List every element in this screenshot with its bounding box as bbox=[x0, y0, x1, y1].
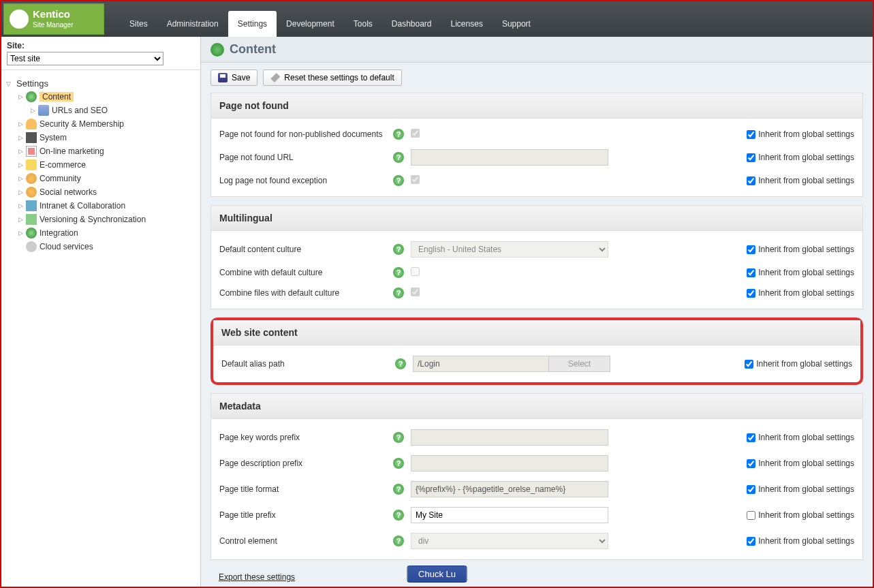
i-mkt-icon bbox=[26, 146, 37, 157]
help-icon[interactable]: ? bbox=[393, 244, 404, 255]
inherit-checkbox[interactable] bbox=[747, 268, 755, 277]
i-int-icon bbox=[26, 228, 37, 238]
setting-row: Page not found for non-published documen… bbox=[211, 124, 862, 144]
site-selector-block: Site: Test site bbox=[1, 37, 200, 70]
nav-sites[interactable]: Sites bbox=[120, 11, 157, 37]
setting-label: Page description prefix bbox=[219, 459, 393, 468]
setting-input[interactable] bbox=[411, 507, 608, 523]
inherit-checkbox[interactable] bbox=[747, 485, 755, 494]
wrench-icon bbox=[270, 73, 280, 82]
reset-button[interactable]: Reset these settings to default bbox=[263, 69, 401, 86]
inherit-checkbox[interactable] bbox=[747, 433, 755, 442]
inherit-label: Inherit from global settings bbox=[756, 359, 852, 369]
setting-label: Default alias path bbox=[221, 359, 395, 369]
i-comm-icon bbox=[26, 173, 37, 184]
site-select[interactable]: Test site bbox=[7, 52, 163, 65]
help-icon[interactable]: ? bbox=[393, 267, 404, 278]
inherit-block: Inherit from global settings bbox=[747, 176, 854, 185]
inherit-checkbox[interactable] bbox=[747, 289, 755, 298]
tree-item-intranet-collaboration[interactable]: ▷Intranet & Collaboration bbox=[16, 199, 198, 213]
i-ecom-icon bbox=[26, 159, 37, 170]
help-icon[interactable]: ? bbox=[395, 358, 406, 369]
tree-item-cloud-services[interactable]: Cloud services bbox=[16, 240, 198, 253]
help-icon[interactable]: ? bbox=[393, 129, 404, 140]
setting-row: Default alias path?SelectInherit from gl… bbox=[213, 351, 860, 377]
nav-settings[interactable]: Settings bbox=[228, 11, 277, 37]
tree-label: Community bbox=[40, 174, 81, 183]
help-icon[interactable]: ? bbox=[393, 152, 404, 163]
tree-root[interactable]: ▽ Settings bbox=[4, 77, 198, 90]
tree-item-on-line-marketing[interactable]: ▷On-line marketing bbox=[16, 144, 198, 158]
inherit-checkbox[interactable] bbox=[747, 245, 755, 254]
section-web-site-content: Web site contentDefault alias path?Selec… bbox=[210, 318, 863, 385]
save-button[interactable]: Save bbox=[210, 69, 257, 86]
tree-item-e-commerce[interactable]: ▷E-commerce bbox=[16, 158, 198, 172]
setting-label: Page not found URL bbox=[219, 153, 393, 162]
inherit-checkbox[interactable] bbox=[747, 153, 755, 162]
inherit-checkbox[interactable] bbox=[747, 537, 755, 546]
inherit-checkbox[interactable] bbox=[747, 459, 755, 468]
setting-input bbox=[411, 481, 608, 497]
setting-label: Control element bbox=[219, 536, 393, 546]
inherit-block: Inherit from global settings bbox=[747, 459, 854, 468]
inherit-label: Inherit from global settings bbox=[758, 433, 854, 442]
help-icon[interactable]: ? bbox=[393, 175, 404, 186]
tree-label: Cloud services bbox=[40, 242, 93, 251]
tree-item-integration[interactable]: ▷Integration bbox=[16, 226, 198, 240]
tree-item-security-membership[interactable]: ▷Security & Membership bbox=[16, 117, 198, 131]
tree-label: System bbox=[40, 133, 67, 142]
inherit-label: Inherit from global settings bbox=[758, 510, 854, 520]
help-icon[interactable]: ? bbox=[393, 458, 404, 469]
inherit-label: Inherit from global settings bbox=[758, 459, 854, 468]
tree-label: Intranet & Collaboration bbox=[40, 201, 125, 211]
tree-label: Versioning & Synchronization bbox=[40, 215, 146, 224]
inherit-label: Inherit from global settings bbox=[758, 268, 854, 277]
nav-support[interactable]: Support bbox=[493, 11, 540, 37]
i-sec-icon bbox=[26, 119, 37, 129]
brand-sub: Site Manager bbox=[33, 21, 73, 29]
toolbar: Save Reset these settings to default bbox=[201, 63, 873, 93]
tree-item-urls-and-seo[interactable]: ▷URLs and SEO bbox=[16, 104, 198, 117]
tree-item-social-networks[interactable]: ▷Social networks bbox=[16, 185, 198, 199]
main-nav: SitesAdministrationSettingsDevelopmentTo… bbox=[106, 1, 540, 37]
help-icon[interactable]: ? bbox=[393, 510, 404, 521]
setting-checkbox bbox=[411, 129, 420, 138]
expand-icon: ▷ bbox=[16, 93, 25, 100]
setting-row: Page not found URL?Inherit from global s… bbox=[211, 144, 862, 170]
section-metadata: MetadataPage key words prefix?Inherit fr… bbox=[210, 393, 863, 560]
tree-item-system[interactable]: ▷System bbox=[16, 131, 198, 144]
inherit-checkbox[interactable] bbox=[745, 360, 753, 369]
setting-checkbox bbox=[411, 267, 420, 276]
nav-administration[interactable]: Administration bbox=[157, 11, 228, 37]
i-soc-icon bbox=[26, 187, 37, 198]
help-icon[interactable]: ? bbox=[393, 432, 404, 443]
inherit-block: Inherit from global settings bbox=[747, 536, 854, 546]
setting-row: Page key words prefix?Inherit from globa… bbox=[211, 424, 862, 450]
inherit-checkbox[interactable] bbox=[747, 130, 755, 139]
setting-checkbox bbox=[411, 175, 420, 184]
inherit-checkbox[interactable] bbox=[747, 176, 755, 185]
nav-dashboard[interactable]: Dashboard bbox=[382, 11, 441, 37]
globe-icon bbox=[210, 43, 224, 57]
tree-item-versioning-synchronization[interactable]: ▷Versioning & Synchronization bbox=[16, 213, 198, 226]
expand-icon: ▷ bbox=[16, 161, 25, 168]
settings-tree: ▽ Settings ▷Content▷URLs and SEO▷Securit… bbox=[1, 70, 200, 260]
help-icon[interactable]: ? bbox=[393, 288, 404, 298]
path-input bbox=[413, 356, 549, 372]
brand-logo[interactable]: Kentico Site Manager bbox=[3, 3, 104, 35]
tree-item-community[interactable]: ▷Community bbox=[16, 172, 198, 185]
nav-licenses[interactable]: Licenses bbox=[441, 11, 493, 37]
export-link[interactable]: Export these settings bbox=[219, 572, 295, 582]
select-path-button: Select bbox=[549, 356, 610, 372]
expand-icon: ▷ bbox=[16, 148, 25, 155]
help-icon[interactable]: ? bbox=[393, 536, 404, 546]
section-header: Metadata bbox=[211, 394, 862, 419]
help-icon[interactable]: ? bbox=[393, 484, 404, 495]
inherit-label: Inherit from global settings bbox=[758, 129, 854, 139]
nav-development[interactable]: Development bbox=[277, 11, 344, 37]
inherit-checkbox[interactable] bbox=[747, 511, 755, 520]
inherit-label: Inherit from global settings bbox=[758, 176, 854, 185]
nav-tools[interactable]: Tools bbox=[344, 11, 382, 37]
section-page-not-found: Page not foundPage not found for non-pub… bbox=[210, 93, 863, 197]
tree-item-content[interactable]: ▷Content bbox=[16, 90, 198, 104]
